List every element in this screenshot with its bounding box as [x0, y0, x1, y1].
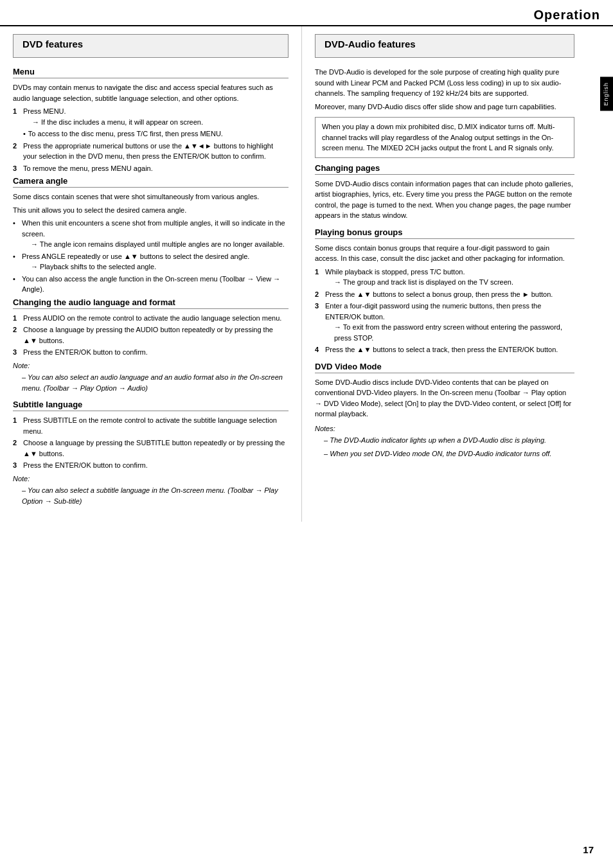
audio-step-1-text: Press AUDIO on the remote control to act… [23, 313, 281, 324]
audio-note: You can also select an audio language an… [22, 372, 289, 393]
menu-intro: DVDs may contain menus to navigate the d… [13, 82, 289, 103]
menu-step-3-text: To remove the menu, press MENU again. [23, 163, 153, 174]
menu-step-1-bullet: To access to the disc menu, press T/C fi… [28, 128, 223, 139]
language-side-tab: English [600, 77, 613, 111]
dvd-video-mode-section: DVD Video Mode Some DVD-Audio discs incl… [315, 362, 574, 459]
playing-bonus-section: Playing bonus groups Some discs contain … [315, 227, 574, 355]
menu-step-1-arrow: If the disc includes a menu, it will app… [32, 117, 223, 128]
dvd-video-notes-label: Notes: [315, 423, 574, 434]
dvd-audio-intro1: The DVD-Audio is developed for the sole … [315, 67, 574, 99]
bonus-step-4: 4 Press the ▲▼ buttons to select a track… [315, 344, 574, 355]
bonus-steps: 1 While playback is stopped, press T/C b… [315, 267, 574, 355]
bonus-step-4-text: Press the ▲▼ buttons to select a track, … [325, 344, 558, 355]
menu-steps: 1 Press MENU. If the disc includes a men… [13, 106, 289, 173]
dvd-features-box: DVD features [13, 34, 289, 58]
changing-pages-text: Some DVD-Audio discs contain information… [315, 179, 574, 221]
audio-step-3-text: Press the ENTER/OK button to confirm. [23, 347, 148, 358]
left-column: DVD features Menu DVDs may contain menus… [0, 26, 302, 522]
dvd-video-note-2: When you set DVD-Video mode ON, the DVD-… [324, 448, 574, 459]
camera-angle-title: Camera angle [13, 176, 289, 188]
subtitle-step-3-text: Press the ENTER/OK button to confirm. [23, 460, 148, 471]
menu-step-1-text: Press MENU. [23, 107, 66, 115]
menu-step-2-text: Press the appropriate numerical buttons … [23, 141, 289, 162]
bonus-step-1-arrow: The group and track list is displayed on… [334, 277, 513, 288]
camera-bullet-1: • When this unit encounters a scene shot… [13, 218, 289, 250]
playing-bonus-intro: Some discs contain bonus groups that req… [315, 243, 574, 264]
camera-bullet-1-text: When this unit encounters a scene shot f… [22, 219, 285, 238]
camera-angle-section: Camera angle Some discs contain scenes t… [13, 176, 289, 295]
camera-bullet-2-arrow: Playback shifts to the selected angle. [31, 261, 249, 272]
subtitle-step-3: 3 Press the ENTER/OK button to confirm. [13, 460, 289, 471]
subtitle-section: Subtitle language 1 Press SUBTITLE on th… [13, 400, 289, 506]
bonus-step-3-arrow: To exit from the password entry screen w… [334, 322, 574, 343]
operation-title: Operation [534, 8, 600, 22]
dvd-video-note-1: The DVD-Audio indicator lights up when a… [324, 435, 574, 446]
audio-step-2-text: Choose a language by pressing the AUDIO … [23, 324, 289, 346]
dvd-features-title: DVD features [22, 39, 279, 49]
menu-section: Menu DVDs may contain menus to navigate … [13, 67, 289, 173]
changing-pages-title: Changing pages [315, 163, 574, 175]
subtitle-note: You can also select a subtitle language … [22, 485, 289, 506]
subtitle-step-1-text: Press SUBTITLE on the remote control to … [23, 415, 289, 436]
camera-bullet-3-text: You can also access the angle function i… [22, 274, 289, 295]
audio-step-3: 3 Press the ENTER/OK button to confirm. [13, 347, 289, 358]
bonus-step-2: 2 Press the ▲▼ buttons to select a bonus… [315, 289, 574, 300]
bonus-step-2-text: Press the ▲▼ buttons to select a bonus g… [325, 289, 553, 300]
camera-bullet-2: • Press ANGLE repeatedly or use ▲▼ butto… [13, 251, 289, 272]
camera-angle-intro1: Some discs contain scenes that were shot… [13, 191, 289, 202]
changing-pages-section: Changing pages Some DVD-Audio discs cont… [315, 163, 574, 221]
dvd-audio-features-title: DVD-Audio features [324, 39, 565, 49]
bonus-step-1-text: While playback is stopped, press T/C but… [325, 268, 465, 276]
menu-step-3: 3 To remove the menu, press MENU again. [13, 163, 289, 174]
menu-step-2: 2 Press the appropriate numerical button… [13, 141, 289, 162]
camera-bullet-3: • You can also access the angle function… [13, 274, 289, 295]
changing-audio-title: Changing the audio language and format [13, 297, 289, 309]
menu-title: Menu [13, 67, 289, 78]
changing-audio-section: Changing the audio language and format 1… [13, 297, 289, 394]
dvd-audio-intro2: Moreover, many DVD-Audio discs offer sli… [315, 102, 574, 112]
bonus-step-1: 1 While playback is stopped, press T/C b… [315, 267, 574, 288]
audio-step-1: 1 Press AUDIO on the remote control to a… [13, 313, 289, 324]
subtitle-step-2: 2 Choose a language by pressing the SUBT… [13, 438, 289, 459]
dvd-video-mode-intro: Some DVD-Audio discs include DVD-Video c… [315, 377, 574, 420]
camera-angle-bullets: • When this unit encounters a scene shot… [13, 218, 289, 295]
bonus-step-3: 3 Enter a four-digit password using the … [315, 301, 574, 343]
right-column: DVD-Audio features The DVD-Audio is deve… [302, 26, 600, 522]
page-number: 17 [583, 844, 594, 855]
camera-bullet-1-arrow: The angle icon remains displayed until m… [31, 239, 289, 250]
dvd-audio-features-box: DVD-Audio features [315, 34, 574, 58]
subtitle-note-label: Note: [13, 474, 289, 484]
menu-step-1: 1 Press MENU. If the disc includes a men… [13, 106, 289, 139]
operation-header: Operation [0, 0, 613, 26]
subtitle-step-1: 1 Press SUBTITLE on the remote control t… [13, 415, 289, 436]
dvd-video-mode-title: DVD Video Mode [315, 362, 574, 373]
subtitle-steps: 1 Press SUBTITLE on the remote control t… [13, 415, 289, 471]
audio-note-label: Note: [13, 360, 289, 371]
camera-angle-intro2: This unit allows you to select the desir… [13, 205, 289, 216]
subtitle-step-2-text: Choose a language by pressing the SUBTIT… [23, 438, 289, 459]
playing-bonus-title: Playing bonus groups [315, 227, 574, 239]
subtitle-title: Subtitle language [13, 400, 289, 411]
bonus-step-3-text: Enter a four-digit password using the nu… [325, 302, 541, 321]
camera-bullet-2-text: Press ANGLE repeatedly or use ▲▼ buttons… [22, 252, 249, 260]
audio-step-2: 2 Choose a language by pressing the AUDI… [13, 324, 289, 346]
audio-steps: 1 Press AUDIO on the remote control to a… [13, 313, 289, 358]
dvd-audio-boxed-note: When you play a down mix prohibited disc… [315, 117, 574, 158]
